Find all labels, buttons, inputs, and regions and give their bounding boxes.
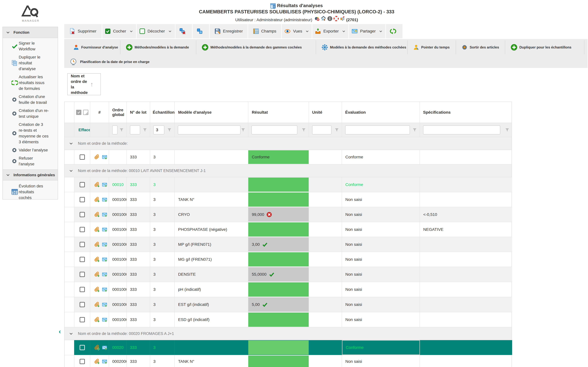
- svg-text:Σ: Σ: [274, 5, 275, 8]
